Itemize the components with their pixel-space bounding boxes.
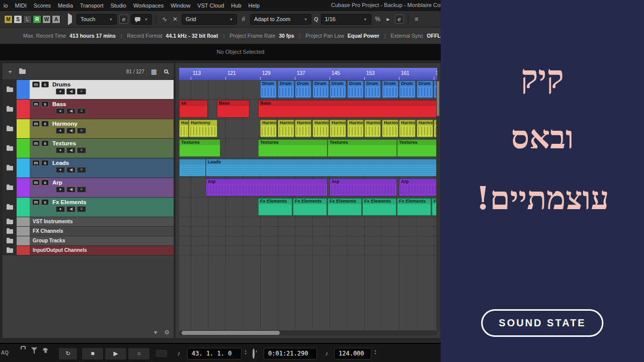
grid-type-select[interactable]: Grid ▼ — [182, 14, 237, 25]
edit-lines-button[interactable]: ≡ — [77, 88, 86, 95]
clip-fx-elements[interactable]: Fx Elements — [293, 198, 327, 216]
menu-item-studio[interactable]: Studio — [107, 3, 130, 9]
track-header-fx-channels[interactable]: FX Channels — [3, 227, 174, 236]
grid-mode-select[interactable]: Adapt to Zoom ▼ — [250, 14, 311, 25]
record-enable-button[interactable]: ● — [56, 88, 65, 95]
quantize-select[interactable]: 1/16 ▼ — [321, 14, 371, 25]
track-header-leads[interactable]: msLeads●◀≡ — [3, 158, 174, 178]
edit-lines-button[interactable]: ≡ — [77, 167, 86, 173]
mute-button[interactable]: m — [32, 179, 40, 186]
mute-button[interactable]: m — [32, 199, 40, 205]
track-header-drums[interactable]: msDrums●◀≡ — [3, 80, 174, 100]
clip-fx-elements[interactable]: Fx Elements — [397, 198, 431, 216]
track-header-arp[interactable]: msArp●◀≡ — [3, 178, 174, 198]
clip-drums[interactable]: Drum — [295, 80, 311, 98]
track-header-bass[interactable]: msBass●◀≡ — [3, 100, 174, 119]
monitor-button[interactable]: ◀ — [66, 167, 75, 173]
menu-item-hub[interactable]: Hub — [227, 3, 245, 9]
track-color-strip[interactable] — [17, 178, 30, 197]
clip-drums[interactable]: Drum — [260, 80, 277, 98]
edit-channel-button[interactable]: e — [119, 15, 128, 24]
mute-button[interactable]: m — [32, 81, 40, 87]
clip-drums[interactable]: Drum — [330, 80, 346, 98]
clip-textures[interactable]: Textures — [397, 139, 437, 157]
track-color-strip[interactable] — [17, 246, 30, 255]
clip-harmony[interactable]: Harmo — [399, 120, 416, 137]
clip-harmony[interactable]: Harmo — [330, 120, 346, 137]
clip-drums[interactable]: Drum — [382, 80, 398, 98]
position-stepper[interactable]: ▴ ▾ — [243, 349, 248, 355]
search-track-button[interactable] — [162, 67, 171, 76]
monitor-button[interactable]: ◀ — [66, 88, 75, 95]
auto-button-m[interactable]: M — [4, 15, 13, 24]
track-color-strip[interactable] — [17, 198, 30, 217]
iq-edit-button[interactable]: e — [395, 15, 404, 24]
edit-lines-button[interactable]: ≡ — [77, 128, 86, 134]
menu-item-workspaces[interactable]: Workspaces — [130, 3, 167, 9]
tempo-display[interactable]: 124.000 — [334, 348, 371, 359]
record-enable-button[interactable]: ● — [56, 167, 65, 173]
solo-button[interactable]: s — [41, 121, 49, 127]
auto-button-r[interactable]: R — [33, 15, 41, 24]
horizontal-scrollbar[interactable] — [179, 330, 437, 335]
clip-harmony[interactable]: Harmony — [189, 120, 217, 137]
menu-item-help[interactable]: Help — [245, 3, 264, 9]
monitor-button[interactable]: ◀ — [66, 128, 75, 134]
clip-fx-elements[interactable]: Fx Elements — [362, 198, 396, 216]
record-enable-button[interactable]: ● — [56, 128, 65, 134]
auto-button-a[interactable]: A — [52, 15, 60, 24]
menu-item-transport[interactable]: Transport — [76, 3, 107, 9]
solo-button[interactable]: s — [41, 101, 49, 107]
track-color-strip[interactable] — [17, 139, 30, 158]
edit-lines-button[interactable]: ≡ — [77, 206, 86, 212]
stop-button[interactable]: ■ — [82, 347, 104, 360]
clip-bass[interactable]: Bass — [258, 100, 437, 118]
clip-harmony[interactable]: Harmo — [179, 120, 189, 137]
horizontal-scroll-thumb[interactable] — [182, 331, 280, 335]
clip-harmony[interactable]: Harmo — [364, 120, 381, 137]
clip-arp[interactable]: Arp — [206, 178, 328, 196]
edit-lines-button[interactable]: ≡ — [77, 187, 86, 193]
mute-button[interactable]: m — [32, 160, 40, 166]
auto-button-w[interactable]: W — [42, 15, 51, 24]
menu-item-io[interactable]: io — [0, 3, 12, 9]
gear-icon[interactable]: ⚙ — [164, 329, 170, 336]
collapse-icon[interactable]: ▾ — [154, 329, 157, 336]
solo-button[interactable]: s — [41, 81, 49, 87]
clip-fx-elements[interactable]: Fx Elements — [328, 198, 362, 216]
menu-item-media[interactable]: Media — [54, 3, 76, 9]
clip-drums[interactable]: Drum — [278, 80, 294, 98]
record-enable-button[interactable]: ● — [56, 147, 65, 153]
menu-item-midi[interactable]: MIDI — [12, 3, 30, 9]
snap-icon[interactable]: ✕ — [171, 16, 179, 23]
clip-textures[interactable]: Textures — [258, 139, 328, 157]
clip-bass[interactable]: ss — [179, 100, 208, 118]
flag-icon[interactable]: ▸ — [384, 16, 392, 23]
filter-icon[interactable] — [31, 351, 37, 360]
clip-leads[interactable] — [179, 159, 206, 176]
punch-icon[interactable] — [156, 350, 167, 357]
play-button[interactable]: ▶ — [105, 347, 127, 360]
clip-drums[interactable]: Drum — [417, 80, 433, 98]
cycle-button[interactable]: ↻ — [58, 347, 77, 360]
solo-button[interactable]: s — [41, 160, 49, 166]
track-header-fx-elements[interactable]: msFx Elements●◀≡ — [3, 198, 174, 217]
clip-harmony[interactable]: Harmo — [347, 120, 364, 137]
time-display[interactable]: 0:01:21.290 — [264, 348, 317, 359]
monitor-button[interactable]: ◀ — [66, 206, 75, 212]
solo-button[interactable]: s — [41, 140, 49, 146]
solo-button[interactable]: s — [41, 179, 49, 186]
track-header-group-tracks[interactable]: Group Tracks — [3, 236, 174, 246]
clip-harmony[interactable]: Harmo — [295, 120, 311, 137]
clip-drums[interactable]: Drum — [364, 80, 381, 98]
clip-drums[interactable]: Drum — [347, 80, 364, 98]
track-color-strip[interactable] — [17, 100, 30, 119]
track-color-strip[interactable] — [17, 119, 30, 138]
folder-add-button[interactable] — [18, 67, 27, 76]
clip-harmony[interactable]: Harmo — [417, 120, 433, 137]
add-track-button[interactable]: + — [6, 67, 15, 76]
track-color-strip[interactable] — [17, 80, 30, 99]
clip-harmony[interactable]: Harmo — [278, 120, 294, 137]
edit-lines-button[interactable]: ≡ — [77, 147, 86, 153]
menu-item-scores[interactable]: Scores — [30, 3, 54, 9]
